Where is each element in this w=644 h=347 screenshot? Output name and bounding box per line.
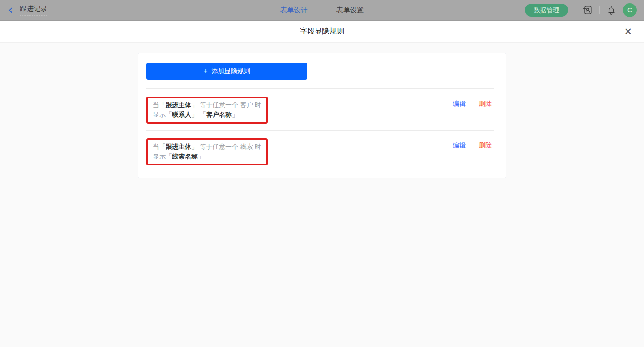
add-rule-button[interactable]: + 添加显隐规则 <box>146 63 307 80</box>
rule-text-line: 显示「线索名称」 <box>153 152 261 161</box>
data-manage-button[interactable]: 数据管理 <box>525 4 568 17</box>
rule-field-name: 线索名称 <box>172 153 198 160</box>
rule-actions: 编辑删除 <box>453 100 492 108</box>
rule-text-line: 当「跟进主体」 等于任意一个 客户 时 <box>153 100 261 110</box>
close-icon[interactable]: ✕ <box>624 27 632 36</box>
bell-icon[interactable] <box>607 6 616 15</box>
rule-connector-text: 当「 <box>153 101 166 108</box>
rule-connector-text: 」 <box>198 153 204 160</box>
rule-connector-text: 」 <box>232 111 238 118</box>
topbar-left: 跟进记录 <box>7 5 47 16</box>
rule-field-name: 跟进主体 <box>166 101 191 108</box>
avatar[interactable]: C <box>623 3 637 17</box>
edit-rule-link[interactable]: 编辑 <box>453 142 466 150</box>
rule-connector-text: 当「 <box>153 143 166 150</box>
add-rule-label: 添加显隐规则 <box>212 67 250 75</box>
action-divider <box>472 101 472 107</box>
topbar-divider <box>599 6 600 14</box>
tab-form-settings[interactable]: 表单设置 <box>336 6 364 15</box>
delete-rule-link[interactable]: 删除 <box>479 142 492 150</box>
rule-highlight-box: 当「跟进主体」 等于任意一个 线索 时显示「线索名称」 <box>146 138 268 165</box>
form-name-label[interactable]: 跟进记录 <box>20 5 47 16</box>
back-button[interactable] <box>7 7 14 14</box>
rule-connector-text: 显示「 <box>153 153 172 160</box>
rule-text-line: 当「跟进主体」 等于任意一个 线索 时 <box>153 142 261 152</box>
delete-rule-link[interactable]: 删除 <box>479 100 492 108</box>
topbar: 跟进记录 表单设计 表单设置 数据管理 C <box>0 0 644 21</box>
rules-list: 当「跟进主体」 等于任意一个 客户 时显示「联系人」 「客户名称」编辑删除当「跟… <box>138 89 506 172</box>
rules-card: + 添加显隐规则 当「跟进主体」 等于任意一个 客户 时显示「联系人」 「客户名… <box>138 53 506 178</box>
plus-icon: + <box>203 68 207 75</box>
rule-field-name: 联系人 <box>172 111 191 118</box>
modal-header: 字段显隐规则 ✕ <box>0 21 644 43</box>
topbar-divider <box>575 6 575 14</box>
tab-form-design[interactable]: 表单设计 <box>280 6 308 15</box>
rule-row: 当「跟进主体」 等于任意一个 线索 时显示「线索名称」编辑删除 <box>138 131 506 172</box>
rule-actions: 编辑删除 <box>453 142 492 150</box>
rule-row: 当「跟进主体」 等于任意一个 客户 时显示「联系人」 「客户名称」编辑删除 <box>138 89 506 130</box>
rule-highlight-box: 当「跟进主体」 等于任意一个 客户 时显示「联系人」 「客户名称」 <box>146 97 268 124</box>
contacts-book-icon[interactable] <box>582 5 592 15</box>
action-divider <box>472 142 472 149</box>
rule-connector-text: 」 「 <box>191 111 206 118</box>
rule-field-name: 跟进主体 <box>166 143 191 150</box>
rule-field-name: 客户名称 <box>206 111 232 118</box>
rule-connector-text: 」 等于任意一个 线索 时 <box>191 143 261 150</box>
topbar-tabs: 表单设计 表单设置 <box>280 0 364 21</box>
rule-connector-text: 」 等于任意一个 客户 时 <box>191 101 261 108</box>
rule-text-line: 显示「联系人」 「客户名称」 <box>153 110 261 119</box>
modal-body: + 添加显隐规则 当「跟进主体」 等于任意一个 客户 时显示「联系人」 「客户名… <box>0 43 644 347</box>
back-chevron-icon <box>7 7 14 14</box>
topbar-right: 数据管理 C <box>525 3 637 17</box>
page-title: 字段显隐规则 <box>300 27 344 36</box>
edit-rule-link[interactable]: 编辑 <box>453 100 466 108</box>
rule-connector-text: 显示「 <box>153 111 172 118</box>
add-rule-wrap: + 添加显隐规则 <box>138 53 506 80</box>
